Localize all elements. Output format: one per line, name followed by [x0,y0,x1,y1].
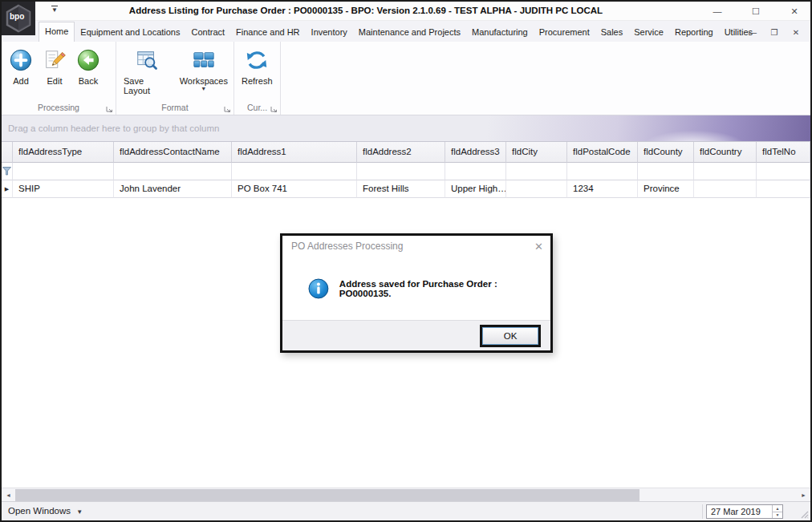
back-button[interactable]: Back [74,46,103,88]
workspaces-dropdown-icon: ▼ [201,87,206,91]
cell-fldAddress3[interactable]: Upper High… [445,180,506,198]
tab-service[interactable]: Service [628,23,669,42]
tab-manufacturing[interactable]: Manufacturing [466,23,534,42]
workspaces-icon [192,48,216,72]
add-button[interactable]: Add [6,46,35,88]
back-label: Back [79,76,98,86]
column-header-fldCounty[interactable]: fldCounty [638,142,694,163]
mdi-close-icon[interactable]: ✕ [788,26,804,38]
tab-equipment-and-locations[interactable]: Equipment and Locations [75,23,185,42]
row-indicator-cell: ▶ [2,180,13,198]
cell-fldAddress1[interactable]: PO Box 741 [232,180,357,198]
filter-cell-fldAddress2[interactable] [357,163,445,180]
filter-funnel-icon [2,167,11,176]
title-bar: ▼ Address Listing for Purchase Order : P… [2,2,810,21]
column-header-fldCity[interactable]: fldCity [506,142,567,163]
group-launcher-icon[interactable] [223,105,231,113]
current-row-arrow-icon: ▶ [5,186,9,192]
workspaces-button[interactable]: Workspaces ▼ [177,46,230,94]
open-windows-button[interactable]: Open Windows ▼ [8,506,83,516]
column-header-fldAddress2[interactable]: fldAddress2 [357,142,445,163]
edit-label: Edit [47,76,63,86]
date-value[interactable]: 27 Mar 2019 [707,507,772,516]
mdi-minimize-icon[interactable]: — [745,26,761,38]
refresh-label: Refresh [242,76,273,86]
quick-access-dropdown-icon[interactable]: ▼ [51,6,58,14]
ribbon-group-current: Refresh Cur... [234,42,281,115]
tab-finance-and-hr[interactable]: Finance and HR [230,23,306,42]
status-bar: Open Windows ▼ 27 Mar 2019 ▲ ▼ [2,501,810,520]
group-launcher-icon[interactable] [105,105,113,113]
scroll-left-icon[interactable]: ◄ [2,488,15,502]
group-label-processing: Processing [2,103,116,114]
grid-filter-row [2,163,810,180]
date-field[interactable]: 27 Mar 2019 ▲ ▼ [706,504,783,519]
tab-home[interactable]: Home [39,22,75,42]
filter-cell-fldCity[interactable] [506,163,567,180]
group-by-hint: Drag a column header here to group by th… [8,123,219,133]
group-launcher-icon[interactable] [270,105,278,113]
filter-cell-fldCounty[interactable] [638,163,694,180]
save-layout-icon [135,48,159,72]
filter-cell-fldAddressType[interactable] [13,163,114,180]
column-header-fldCountry[interactable]: fldCountry [694,142,757,163]
save-layout-label: Save Layout [124,76,170,95]
filter-cell-fldCountry[interactable] [694,163,757,180]
dialog-footer: OK [282,320,550,350]
column-header-fldAddressType[interactable]: fldAddressType [13,142,114,163]
ok-button[interactable]: OK [482,327,538,345]
dialog-title-bar[interactable]: PO Addresses Processing ✕ [282,236,550,257]
date-spinner: ▲ ▼ [772,505,782,518]
mdi-restore-icon[interactable]: ❐ [766,26,782,38]
tab-maintenance-and-projects[interactable]: Maintenance and Projects [353,23,466,42]
column-header-fldAddressContactName[interactable]: fldAddressContactName [114,142,232,163]
app-logo[interactable]: bpo [2,2,35,35]
column-header-fldPostalCode[interactable]: fldPostalCode [567,142,638,163]
tab-reporting[interactable]: Reporting [669,23,719,42]
refresh-icon [245,48,269,72]
tab-sales[interactable]: Sales [595,23,629,42]
tab-contract[interactable]: Contract [186,23,231,42]
resize-grip-icon[interactable] [801,511,809,519]
group-by-panel[interactable]: Drag a column header here to group by th… [2,115,810,142]
application-window: ▼ Address Listing for Purchase Order : P… [0,0,812,522]
cell-fldCounty[interactable]: Province [638,180,694,198]
cell-fldAddressType[interactable]: SHIP [13,180,114,198]
filter-cell-fldAddress1[interactable] [232,163,357,180]
cell-fldTelNo[interactable] [757,180,810,198]
window-title: Address Listing for Purchase Order : PO0… [66,6,666,15]
horizontal-scrollbar[interactable]: ◄ ► [2,488,810,501]
filter-cell-fldTelNo[interactable] [757,163,810,180]
open-windows-dropdown-icon: ▼ [76,508,83,516]
edit-button[interactable]: Edit [40,46,69,88]
window-close-icon[interactable]: ✕ [786,4,803,18]
spinner-up-icon[interactable]: ▲ [773,505,782,512]
tab-procurement[interactable]: Procurement [534,23,595,42]
cell-fldAddress2[interactable]: Forest Hills [357,180,445,198]
window-minimize-icon[interactable]: — [708,4,726,18]
column-header-fldTelNo[interactable]: fldTelNo [757,142,810,163]
grid-data-row: ▶ SHIP John Lavender PO Box 741 Forest H… [2,180,810,198]
ribbon-tab-bar: Home Equipment and Locations Contract Fi… [2,21,810,42]
save-layout-button[interactable]: Save Layout [121,46,173,98]
window-maximize-icon[interactable]: ☐ [747,4,765,18]
cell-fldAddressContactName[interactable]: John Lavender [114,180,232,198]
scrollbar-thumb[interactable] [15,489,639,501]
spinner-down-icon[interactable]: ▼ [773,512,782,519]
scroll-right-icon[interactable]: ► [797,488,810,502]
ok-button-highlight: OK [480,325,541,347]
cell-fldCountry[interactable] [694,180,757,198]
cell-fldPostalCode[interactable]: 1234 [567,180,638,198]
back-icon [76,48,100,72]
filter-cell-fldAddress3[interactable] [445,163,506,180]
refresh-button[interactable]: Refresh [239,46,275,88]
filter-cell-fldPostalCode[interactable] [567,163,638,180]
ribbon-group-processing: Add Edit [2,42,116,115]
dialog-close-icon[interactable]: ✕ [534,241,543,252]
ribbon-group-format: Save Layout Workspaces ▼ [116,42,234,115]
column-header-fldAddress1[interactable]: fldAddress1 [232,142,357,163]
tab-inventory[interactable]: Inventory [306,23,353,42]
filter-cell-fldAddressContactName[interactable] [114,163,232,180]
column-header-fldAddress3[interactable]: fldAddress3 [445,142,506,163]
cell-fldCity[interactable] [506,180,567,198]
